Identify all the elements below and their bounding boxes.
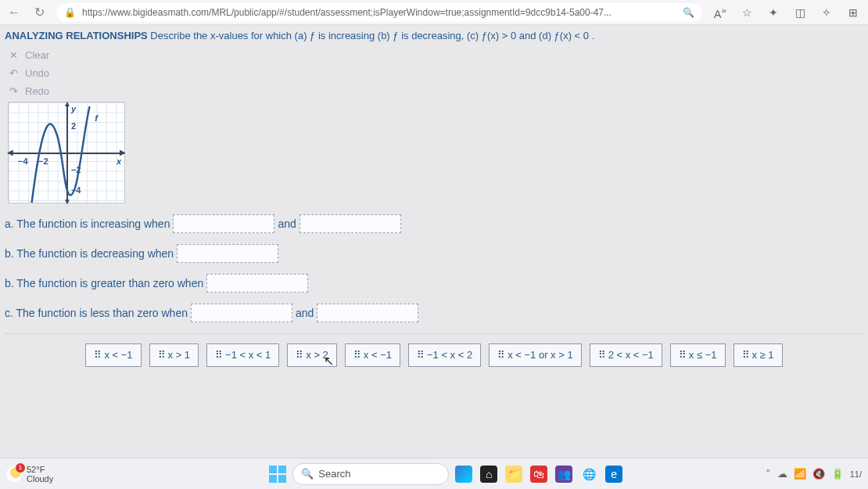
page-content: ANALYZING RELATIONSHIPS Describe the x-v… xyxy=(0,25,868,376)
qd-text: c. The function is less than zero when xyxy=(5,307,188,319)
undo-label: Undo xyxy=(25,67,49,79)
address-bar[interactable]: 🔒 https://www.bigideasmath.com/MRL/publi… xyxy=(56,3,702,22)
clear-button[interactable]: ✕Clear xyxy=(5,46,863,64)
app-explorer-icon[interactable]: 📁 xyxy=(505,466,522,483)
start-button[interactable] xyxy=(269,466,286,483)
heading-bold: ANALYZING RELATIONSHIPS xyxy=(5,30,148,41)
battery-icon[interactable]: 🔋 xyxy=(831,468,844,480)
question-b: b. The function is decreasing when xyxy=(5,244,863,263)
tile-1-label: x > 1 xyxy=(168,349,191,361)
tile-9-label: x ≥ 1 xyxy=(752,349,774,361)
undo-button[interactable]: ↶Undo xyxy=(5,64,863,82)
curve-path xyxy=(9,102,124,203)
weather-temp: 52°F xyxy=(27,465,53,474)
tile-6-label: x < −1 or x > 1 xyxy=(508,349,572,361)
close-icon: ✕ xyxy=(9,49,20,61)
tile-4[interactable]: ⠿x < −1 xyxy=(345,343,400,367)
weather-cond: Cloudy xyxy=(27,474,53,484)
dropzone-d2[interactable] xyxy=(317,304,418,322)
windows-taskbar: 52°F Cloudy 🔍 Search ⌂ 📁 🛍 👥 🌐 e ˄ ☁ 📶 🔇… xyxy=(0,458,868,489)
qa-text: a. The function is increasing when xyxy=(5,218,170,230)
collections-icon[interactable]: ✧ xyxy=(818,6,835,19)
question-d: c. The function is less than zero when a… xyxy=(5,304,863,322)
tile-6[interactable]: ⠿x < −1 or x > 1 xyxy=(489,343,581,367)
tile-2-label: −1 < x < 1 xyxy=(225,349,271,361)
dropzone-d1[interactable] xyxy=(191,304,292,322)
cloud-icon[interactable]: ☁ xyxy=(777,468,787,480)
tile-7-label: 2 < x < −1 xyxy=(608,349,654,361)
refresh-icon[interactable]: ↻ xyxy=(31,5,47,20)
dropzone-a2[interactable] xyxy=(299,214,401,233)
taskbar-search[interactable]: 🔍 Search xyxy=(292,463,449,485)
answer-tiles: ⠿x < −1 ⠿x > 1 ⠿−1 < x < 1 ⠿x > 2 ⠿x < −… xyxy=(5,340,863,373)
divider xyxy=(5,333,863,334)
tile-4-label: x < −1 xyxy=(364,349,392,361)
tile-5-label: −1 < x < 2 xyxy=(427,349,472,361)
app-icon[interactable]: ⊞ xyxy=(845,6,862,19)
volume-icon[interactable]: 🔇 xyxy=(812,468,825,480)
function-graph: ▶ ◀ ▲ ▼ −4 −2 2 −2 −4 y x f xyxy=(8,102,125,203)
dropzone-a1[interactable] xyxy=(173,214,274,233)
weather-icon xyxy=(6,466,22,482)
tile-3-label: x > 2 xyxy=(306,349,328,361)
question-a: a. The function is increasing when and xyxy=(5,214,863,233)
redo-button[interactable]: ↷Redo xyxy=(5,82,863,100)
browser-toolbar: ← ↻ 🔒 https://www.bigideasmath.com/MRL/p… xyxy=(0,0,868,25)
app-chrome-icon[interactable]: 🌐 xyxy=(580,466,597,483)
dropzone-b1[interactable] xyxy=(177,244,278,263)
extensions-icon[interactable]: ✦ xyxy=(765,6,782,19)
tile-0[interactable]: ⠿x < −1 xyxy=(85,343,141,367)
system-tray: ˄ ☁ 📶 🔇 🔋 11/ xyxy=(766,468,862,480)
tile-8-label: x ≤ −1 xyxy=(689,349,717,361)
question-heading: ANALYZING RELATIONSHIPS Describe the x-v… xyxy=(5,30,863,41)
tile-8[interactable]: ⠿x ≤ −1 xyxy=(670,343,726,367)
search-placeholder: Search xyxy=(318,468,350,480)
tile-7[interactable]: ⠿2 < x < −1 xyxy=(590,343,662,367)
favorite-icon[interactable]: ☆ xyxy=(738,6,755,19)
redo-label: Redo xyxy=(25,85,49,97)
tile-9[interactable]: ⠿x ≥ 1 xyxy=(733,343,783,367)
lock-icon: 🔒 xyxy=(64,7,76,18)
app-edge2-icon[interactable]: e xyxy=(605,466,622,483)
app-terminal-icon[interactable]: ⌂ xyxy=(480,466,497,483)
back-icon[interactable]: ← xyxy=(6,5,22,20)
zoom-icon[interactable]: 🔍 xyxy=(683,7,694,18)
pinned-apps: ⌂ 📁 🛍 👥 🌐 e xyxy=(455,466,622,483)
chevron-up-icon[interactable]: ˄ xyxy=(766,468,771,480)
wifi-icon[interactable]: 📶 xyxy=(794,468,806,480)
edit-tools: ✕Clear ↶Undo ↷Redo xyxy=(5,46,863,100)
clear-label: Clear xyxy=(25,49,49,61)
app-edge-icon[interactable] xyxy=(455,466,472,483)
tile-2[interactable]: ⠿−1 < x < 1 xyxy=(206,343,279,367)
qc-text: b. The function is greater than zero whe… xyxy=(5,277,203,289)
dropzone-c1[interactable] xyxy=(206,274,308,293)
app-teams-icon[interactable]: 👥 xyxy=(555,466,572,483)
qb-text: b. The function is decreasing when xyxy=(5,247,174,260)
redo-icon: ↷ xyxy=(9,85,20,97)
url-text: https://www.bigideasmath.com/MRL/public/… xyxy=(82,7,676,18)
qa-and: and xyxy=(278,218,296,230)
undo-icon: ↶ xyxy=(9,67,20,79)
qd-and: and xyxy=(296,307,314,319)
search-icon: 🔍 xyxy=(301,468,314,480)
heading-rest: Describe the x-values for which (a) ƒ is… xyxy=(148,30,595,41)
app-store-icon[interactable]: 🛍 xyxy=(530,466,547,483)
tile-3[interactable]: ⠿x > 2 xyxy=(287,343,337,367)
taskbar-time[interactable]: 11/ xyxy=(850,469,862,479)
weather-widget[interactable]: 52°F Cloudy xyxy=(6,465,53,484)
tile-1[interactable]: ⠿x > 1 xyxy=(149,343,199,367)
tile-0-label: x < −1 xyxy=(104,349,132,361)
tile-5[interactable]: ⠿−1 < x < 2 xyxy=(408,343,481,367)
question-c: b. The function is greater than zero whe… xyxy=(5,274,863,293)
read-aloud-icon[interactable]: A» xyxy=(712,5,729,20)
split-icon[interactable]: ◫ xyxy=(791,6,809,19)
